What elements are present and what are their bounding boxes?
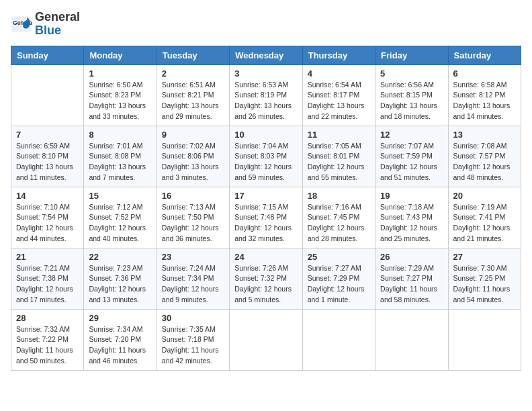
calendar-day-header: Tuesday: [157, 46, 229, 64]
day-number: 4: [308, 68, 370, 79]
calendar-week-row: 7Sunrise: 6:59 AM Sunset: 8:10 PM Daylig…: [11, 126, 521, 187]
calendar-cell: 15Sunrise: 7:12 AM Sunset: 7:52 PM Dayli…: [84, 187, 157, 248]
logo: General General Blue: [11, 11, 80, 38]
day-info: Sunrise: 6:58 AM Sunset: 8:12 PM Dayligh…: [453, 80, 516, 122]
day-info: Sunrise: 7:10 AM Sunset: 7:54 PM Dayligh…: [16, 202, 79, 244]
day-info: Sunrise: 6:51 AM Sunset: 8:21 PM Dayligh…: [162, 80, 224, 122]
day-info: Sunrise: 7:05 AM Sunset: 8:01 PM Dayligh…: [308, 141, 370, 183]
calendar-cell: 17Sunrise: 7:15 AM Sunset: 7:48 PM Dayli…: [230, 187, 302, 248]
calendar-cell: 18Sunrise: 7:16 AM Sunset: 7:45 PM Dayli…: [302, 187, 375, 248]
calendar-cell: 8Sunrise: 7:01 AM Sunset: 8:08 PM Daylig…: [84, 126, 157, 187]
day-number: 23: [162, 252, 224, 262]
day-number: 12: [380, 130, 443, 140]
day-number: 9: [162, 130, 224, 140]
day-number: 27: [453, 252, 516, 262]
logo-general-text: General: [35, 11, 80, 24]
day-info: Sunrise: 7:19 AM Sunset: 7:41 PM Dayligh…: [453, 202, 516, 244]
day-number: 6: [453, 68, 516, 79]
calendar-cell: 24Sunrise: 7:26 AM Sunset: 7:32 PM Dayli…: [230, 248, 302, 309]
day-info: Sunrise: 7:12 AM Sunset: 7:52 PM Dayligh…: [89, 202, 151, 244]
day-number: 28: [16, 313, 79, 323]
day-info: Sunrise: 7:35 AM Sunset: 7:18 PM Dayligh…: [162, 324, 224, 367]
calendar-header-row: SundayMondayTuesdayWednesdayThursdayFrid…: [11, 46, 521, 64]
day-number: 1: [89, 68, 151, 79]
day-number: 20: [453, 191, 516, 201]
day-number: 21: [16, 252, 79, 262]
calendar-week-row: 21Sunrise: 7:21 AM Sunset: 7:38 PM Dayli…: [11, 248, 521, 309]
day-info: Sunrise: 7:18 AM Sunset: 7:43 PM Dayligh…: [380, 202, 443, 244]
logo-icon: General: [11, 13, 32, 35]
day-info: Sunrise: 6:54 AM Sunset: 8:17 PM Dayligh…: [308, 80, 370, 122]
day-number: 26: [380, 252, 443, 262]
day-info: Sunrise: 7:01 AM Sunset: 8:08 PM Dayligh…: [89, 141, 151, 183]
calendar-cell: 5Sunrise: 6:56 AM Sunset: 8:15 PM Daylig…: [375, 64, 448, 126]
day-number: 2: [162, 68, 224, 79]
day-number: 17: [234, 191, 297, 201]
calendar-cell: 12Sunrise: 7:07 AM Sunset: 7:59 PM Dayli…: [375, 126, 448, 187]
day-info: Sunrise: 7:27 AM Sunset: 7:29 PM Dayligh…: [308, 263, 370, 306]
day-info: Sunrise: 6:53 AM Sunset: 8:19 PM Dayligh…: [234, 80, 297, 122]
calendar-cell: 11Sunrise: 7:05 AM Sunset: 8:01 PM Dayli…: [302, 126, 375, 187]
day-number: 8: [89, 130, 151, 140]
calendar-table: SundayMondayTuesdayWednesdayThursdayFrid…: [11, 46, 521, 371]
calendar-day-header: Monday: [84, 46, 157, 64]
day-number: 22: [89, 252, 151, 262]
calendar-cell: [375, 309, 448, 370]
day-number: 24: [234, 252, 297, 262]
page-header: General General Blue: [11, 11, 521, 38]
calendar-cell: 14Sunrise: 7:10 AM Sunset: 7:54 PM Dayli…: [11, 187, 84, 248]
day-info: Sunrise: 7:04 AM Sunset: 8:03 PM Dayligh…: [234, 141, 297, 183]
day-info: Sunrise: 7:24 AM Sunset: 7:34 PM Dayligh…: [162, 263, 224, 306]
day-info: Sunrise: 7:34 AM Sunset: 7:20 PM Dayligh…: [89, 324, 151, 367]
calendar-cell: 10Sunrise: 7:04 AM Sunset: 8:03 PM Dayli…: [230, 126, 302, 187]
calendar-week-row: 28Sunrise: 7:32 AM Sunset: 7:22 PM Dayli…: [11, 309, 521, 370]
day-info: Sunrise: 6:56 AM Sunset: 8:15 PM Dayligh…: [380, 80, 443, 122]
day-info: Sunrise: 7:32 AM Sunset: 7:22 PM Dayligh…: [16, 324, 79, 367]
day-number: 3: [234, 68, 297, 79]
day-number: 11: [308, 130, 370, 140]
calendar-cell: 2Sunrise: 6:51 AM Sunset: 8:21 PM Daylig…: [157, 64, 229, 126]
day-number: 16: [162, 191, 224, 201]
day-info: Sunrise: 7:30 AM Sunset: 7:25 PM Dayligh…: [453, 263, 516, 306]
day-number: 14: [16, 191, 79, 201]
calendar-cell: 19Sunrise: 7:18 AM Sunset: 7:43 PM Dayli…: [375, 187, 448, 248]
day-number: 5: [380, 68, 443, 79]
calendar-week-row: 1Sunrise: 6:50 AM Sunset: 8:23 PM Daylig…: [11, 64, 521, 126]
calendar-cell: 28Sunrise: 7:32 AM Sunset: 7:22 PM Dayli…: [11, 309, 84, 370]
calendar-day-header: Thursday: [302, 46, 375, 64]
calendar-cell: 20Sunrise: 7:19 AM Sunset: 7:41 PM Dayli…: [448, 187, 521, 248]
calendar-week-row: 14Sunrise: 7:10 AM Sunset: 7:54 PM Dayli…: [11, 187, 521, 248]
calendar-cell: [11, 64, 84, 126]
day-info: Sunrise: 7:16 AM Sunset: 7:45 PM Dayligh…: [308, 202, 370, 244]
day-number: 13: [453, 130, 516, 140]
day-number: 15: [89, 191, 151, 201]
calendar-cell: 9Sunrise: 7:02 AM Sunset: 8:06 PM Daylig…: [157, 126, 229, 187]
calendar-cell: 25Sunrise: 7:27 AM Sunset: 7:29 PM Dayli…: [302, 248, 375, 309]
calendar-cell: 27Sunrise: 7:30 AM Sunset: 7:25 PM Dayli…: [448, 248, 521, 309]
calendar-cell: 3Sunrise: 6:53 AM Sunset: 8:19 PM Daylig…: [230, 64, 302, 126]
calendar-cell: [448, 309, 521, 370]
day-info: Sunrise: 7:08 AM Sunset: 7:57 PM Dayligh…: [453, 141, 516, 183]
day-number: 7: [16, 130, 79, 140]
calendar-cell: 23Sunrise: 7:24 AM Sunset: 7:34 PM Dayli…: [157, 248, 229, 309]
calendar-day-header: Friday: [375, 46, 448, 64]
day-info: Sunrise: 7:15 AM Sunset: 7:48 PM Dayligh…: [234, 202, 297, 244]
day-number: 19: [380, 191, 443, 201]
calendar-cell: 30Sunrise: 7:35 AM Sunset: 7:18 PM Dayli…: [157, 309, 229, 370]
day-info: Sunrise: 7:07 AM Sunset: 7:59 PM Dayligh…: [380, 141, 443, 183]
calendar-day-header: Saturday: [448, 46, 521, 64]
calendar-cell: [230, 309, 302, 370]
day-number: 18: [308, 191, 370, 201]
calendar-cell: 21Sunrise: 7:21 AM Sunset: 7:38 PM Dayli…: [11, 248, 84, 309]
calendar-cell: 29Sunrise: 7:34 AM Sunset: 7:20 PM Dayli…: [84, 309, 157, 370]
day-info: Sunrise: 7:23 AM Sunset: 7:36 PM Dayligh…: [89, 263, 151, 306]
calendar-day-header: Sunday: [11, 46, 84, 64]
calendar-cell: [302, 309, 375, 370]
day-info: Sunrise: 7:29 AM Sunset: 7:27 PM Dayligh…: [380, 263, 443, 306]
calendar-day-header: Wednesday: [230, 46, 302, 64]
calendar-cell: 22Sunrise: 7:23 AM Sunset: 7:36 PM Dayli…: [84, 248, 157, 309]
day-number: 25: [308, 252, 370, 262]
day-info: Sunrise: 7:26 AM Sunset: 7:32 PM Dayligh…: [234, 263, 297, 306]
calendar-cell: 1Sunrise: 6:50 AM Sunset: 8:23 PM Daylig…: [84, 64, 157, 126]
calendar-cell: 6Sunrise: 6:58 AM Sunset: 8:12 PM Daylig…: [448, 64, 521, 126]
